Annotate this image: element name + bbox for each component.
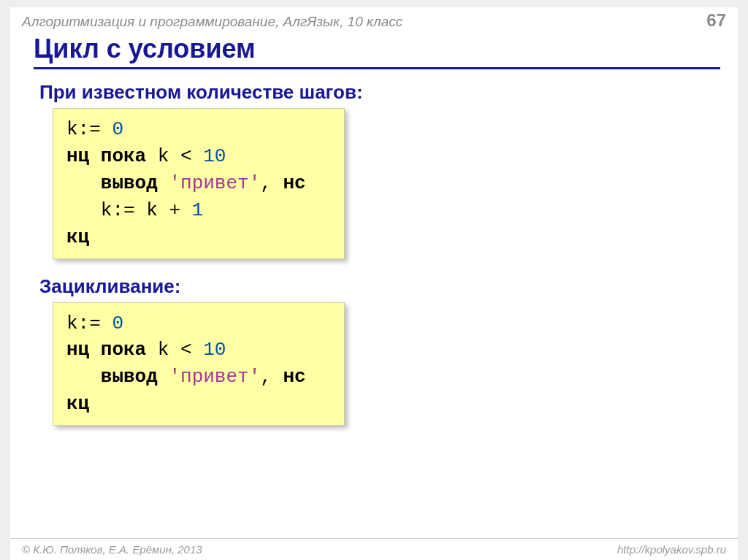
code-string: 'привет' bbox=[169, 172, 260, 194]
section1-heading: При известном количестве шагов: bbox=[39, 81, 709, 104]
footer-url: http://kpolyakov.spb.ru bbox=[617, 543, 726, 556]
code-text bbox=[158, 366, 169, 388]
slide: Алгоритмизация и программирование, АлгЯз… bbox=[10, 7, 738, 560]
code-keyword: вывод bbox=[101, 366, 158, 388]
code-text: k:= bbox=[66, 312, 112, 334]
code-keyword: нц пока bbox=[66, 339, 146, 361]
top-bar: Алгоритмизация и программирование, АлгЯз… bbox=[10, 7, 738, 31]
code-text: , bbox=[260, 172, 283, 194]
code-number: 0 bbox=[112, 312, 123, 334]
code-block-1: k:= 0 нц пока k < 10 вывод 'привет', нс … bbox=[53, 108, 345, 259]
code-number: 1 bbox=[192, 199, 204, 221]
content: При известном количестве шагов: k:= 0 нц… bbox=[10, 69, 738, 426]
code-keyword: кц bbox=[66, 393, 89, 415]
code-text: , bbox=[260, 366, 283, 388]
title-block: Цикл с условием bbox=[10, 31, 738, 69]
code-text: k:= bbox=[66, 118, 112, 140]
code-text: k < bbox=[146, 339, 203, 361]
code-string: 'привет' bbox=[169, 366, 260, 388]
code-text bbox=[158, 172, 169, 194]
copyright: © К.Ю. Поляков, Е.А. Ерёмин, 2013 bbox=[22, 543, 202, 556]
code-number: 0 bbox=[112, 118, 123, 140]
code-text: k:= k + bbox=[66, 199, 192, 221]
code-number: 10 bbox=[203, 339, 226, 361]
code-keyword: нс bbox=[283, 366, 305, 388]
code-keyword: кц bbox=[66, 226, 89, 248]
page-number: 67 bbox=[706, 10, 726, 31]
code-keyword: вывод bbox=[101, 172, 158, 194]
code-number: 10 bbox=[203, 145, 226, 167]
section2-heading: Зацикливание: bbox=[39, 275, 709, 298]
page-title: Цикл с условием bbox=[34, 34, 720, 67]
footer: © К.Ю. Поляков, Е.А. Ерёмин, 2013 http:/… bbox=[10, 538, 738, 560]
code-text: k < bbox=[146, 145, 203, 167]
breadcrumb: Алгоритмизация и программирование, АлгЯз… bbox=[22, 14, 402, 30]
code-block-2: k:= 0 нц пока k < 10 вывод 'привет', нс … bbox=[53, 302, 345, 426]
code-keyword: нц пока bbox=[66, 145, 146, 167]
code-keyword: нс bbox=[283, 172, 305, 194]
